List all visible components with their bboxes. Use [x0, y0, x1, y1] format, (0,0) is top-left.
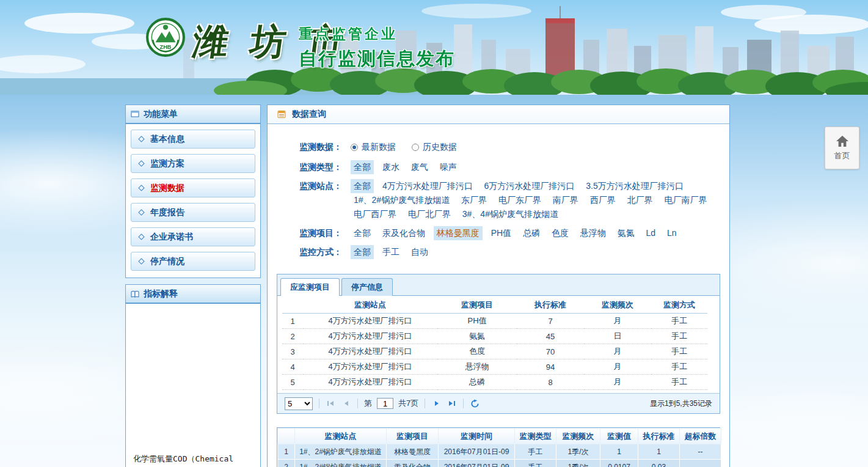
item-option-selected[interactable]: 林格曼黑度	[434, 226, 483, 240]
mode-option[interactable]: 自动	[408, 245, 431, 259]
page-number-input[interactable]	[377, 398, 393, 409]
indicator-explain-box: 指标解释 化学需氧量COD（Chemical	[125, 284, 261, 467]
station-option[interactable]: 电厂北厂界	[405, 207, 454, 221]
refresh-icon[interactable]	[470, 399, 480, 409]
sidebar-item-annual-report[interactable]: 年度报告	[131, 203, 255, 222]
station-option[interactable]: 西厂界	[587, 193, 619, 207]
radio-latest-label[interactable]: 最新数据	[362, 140, 396, 154]
home-floating-button[interactable]: 首页	[825, 127, 859, 169]
time-cell: 2016年07月01日-09	[439, 444, 515, 460]
radio-history-label[interactable]: 历史数据	[423, 140, 457, 154]
page-size-select[interactable]: 5	[285, 397, 313, 410]
prev-page-button[interactable]	[341, 399, 351, 409]
frequency-cell: 1季/次	[556, 460, 600, 467]
type-option[interactable]: 废气	[408, 160, 431, 174]
station-option[interactable]: 6万方污水处理厂排污口	[481, 179, 578, 193]
table-row[interactable]: 1 4万方污水处理厂排污口 PH值 7 月 手工	[282, 314, 707, 329]
station-cell: 1#、2#锅炉废气排放烟道	[295, 444, 387, 460]
method-cell: 手工	[651, 375, 707, 390]
item-option[interactable]: 氨氮	[615, 226, 638, 240]
col-header-time: 监测时间	[439, 428, 515, 444]
diamond-icon	[138, 136, 145, 142]
page-prefix-label: 第	[364, 398, 372, 409]
sidebar-item-label: 基本信息	[150, 134, 184, 145]
sidebar-item-label: 监测数据	[150, 183, 184, 194]
last-page-button[interactable]	[447, 399, 457, 409]
indicator-cod-text: 化学需氧量COD（Chemical	[133, 454, 254, 464]
station-option[interactable]: 全部	[351, 179, 374, 193]
mode-option[interactable]: 手工	[379, 245, 403, 259]
type-option[interactable]: 废水	[379, 160, 403, 174]
sidebar-item-production-stop[interactable]: 停产情况	[131, 252, 255, 271]
method-cell: 手工	[651, 344, 707, 359]
item-option[interactable]: Ld	[643, 226, 659, 240]
table-row[interactable]: 5 4万方污水处理厂排污口 总磷 8 月 手工	[282, 375, 707, 390]
standard-cell: 1	[638, 444, 680, 460]
item-option[interactable]: PH值	[488, 226, 514, 240]
frequency-cell: 日	[584, 329, 651, 344]
type-option[interactable]: 全部	[351, 160, 374, 174]
type-option[interactable]: 噪声	[437, 160, 460, 174]
next-page-button[interactable]	[431, 399, 442, 409]
radio-checked-icon[interactable]	[351, 144, 358, 151]
value-cell: 1	[600, 444, 638, 460]
item-cell: 林格曼黑度	[387, 444, 439, 460]
item-option[interactable]: 全部	[351, 226, 374, 240]
item-options: 全部 汞及化合物 林格曼黑度 PH值 总磷 色度 悬浮物 氨氮 Ld Ln	[351, 226, 718, 240]
station-cell: 4万方污水处理厂排污口	[303, 314, 437, 329]
item-cell: PH值	[437, 314, 517, 329]
function-menu-header: 功能菜单	[126, 105, 260, 124]
station-option[interactable]: 北厂界	[624, 193, 656, 207]
sidebar-item-commitment[interactable]: 企业承诺书	[131, 227, 255, 246]
table-row[interactable]: 1 1#、2#锅炉废气排放烟道 林格曼黑度 2016年07月01日-09 手工 …	[278, 444, 721, 460]
table-row[interactable]: 4 4万方污水处理厂排污口 悬浮物 94 月 手工	[282, 359, 707, 375]
separator	[357, 399, 358, 408]
filter-label-station: 监测站点：	[299, 179, 351, 221]
radio-history-data[interactable]: 历史数据	[412, 140, 457, 154]
sidebar-item-monitor-data[interactable]: 监测数据	[131, 178, 255, 197]
sidebar-item-label: 企业承诺书	[150, 232, 193, 243]
row-number-cell: 3	[282, 344, 303, 359]
station-option[interactable]: 东厂界	[458, 193, 490, 207]
station-options: 全部 4万方污水处理厂排污口 6万方污水处理厂排污口 3.5万方污水处理厂排污口…	[351, 179, 718, 221]
station-cell: 1#、2#锅炉废气排放烟道	[295, 460, 387, 467]
item-option[interactable]: 总磷	[520, 226, 543, 240]
time-cell: 2016年07月01日-09	[439, 460, 515, 467]
mode-option[interactable]: 全部	[351, 245, 374, 259]
table-header-row: 监测站点 监测项目 执行标准 监测频次 监测方式	[282, 297, 707, 314]
item-option[interactable]: 汞及化合物	[379, 226, 428, 240]
sidebar-item-monitor-plan[interactable]: 监测方案	[131, 154, 255, 173]
filter-row-item: 监测项目： 全部 汞及化合物 林格曼黑度 PH值 总磷 色度 悬浮物 氨氮 Ld…	[299, 226, 718, 240]
data-query-header: 数据查询	[268, 105, 729, 124]
first-page-button[interactable]	[326, 399, 336, 409]
station-option[interactable]: 南厂界	[550, 193, 582, 207]
station-option[interactable]: 电厂南厂界	[662, 193, 710, 207]
sidebar-item-basic-info[interactable]: 基本信息	[131, 130, 255, 149]
station-option[interactable]: 3#、4#锅炉废气排放烟道	[459, 207, 561, 221]
filter-row-type: 监测类型： 全部 废水 废气 噪声	[299, 160, 718, 174]
filter-row-data: 监测数据： 最新数据 历史数据	[299, 140, 718, 155]
sidebar-item-label: 监测方案	[150, 158, 184, 169]
item-option[interactable]: 悬浮物	[577, 226, 609, 240]
frequency-cell: 月	[584, 344, 651, 359]
tab-production-stop-info[interactable]: 停产信息	[341, 278, 393, 296]
function-menu-title: 功能菜单	[144, 109, 178, 120]
item-option[interactable]: 色度	[549, 226, 572, 240]
col-header-item: 监测项目	[387, 428, 439, 444]
tab-should-monitor-items[interactable]: 应监测项目	[280, 278, 340, 296]
col-header-item: 监测项目	[437, 297, 517, 314]
type-cell: 手工	[515, 444, 556, 460]
radio-unchecked-icon[interactable]	[412, 144, 419, 151]
station-option[interactable]: 4万方污水处理厂排污口	[379, 179, 476, 193]
radio-latest-data[interactable]: 最新数据	[351, 140, 396, 154]
table-row[interactable]: 3 4万方污水处理厂排污口 色度 70 月 手工	[282, 344, 707, 359]
row-number-header	[282, 297, 303, 314]
station-option[interactable]: 电厂西厂界	[351, 207, 399, 221]
station-option[interactable]: 1#、2#锅炉废气排放烟道	[351, 193, 453, 207]
item-option[interactable]: Ln	[664, 226, 680, 240]
table-row[interactable]: 2 1#、2#锅炉废气排放烟道 汞及化合物 2016年07月01日-09 手工 …	[278, 460, 721, 467]
tab-strip: 应监测项目 停产信息	[277, 274, 720, 296]
station-option[interactable]: 3.5万方污水处理厂排污口	[583, 179, 686, 193]
station-option[interactable]: 电厂东厂界	[495, 193, 544, 207]
table-row[interactable]: 2 4万方污水处理厂排污口 氨氮 45 日 手工	[282, 329, 707, 344]
